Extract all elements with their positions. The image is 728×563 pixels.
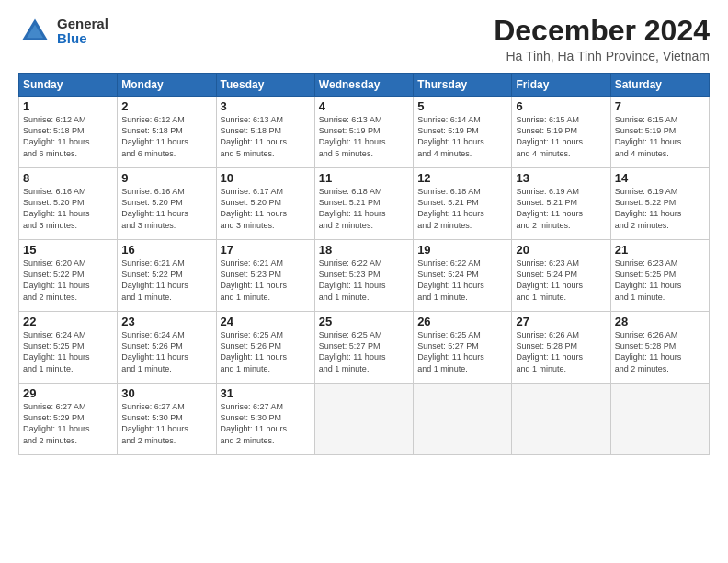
day-info: Sunrise: 6:21 AM Sunset: 5:22 PM Dayligh… bbox=[121, 258, 211, 303]
logo-text: General Blue bbox=[57, 17, 108, 47]
calendar-row: 15Sunrise: 6:20 AM Sunset: 5:22 PM Dayli… bbox=[19, 240, 710, 312]
day-number: 15 bbox=[23, 243, 113, 257]
table-cell: 6Sunrise: 6:15 AM Sunset: 5:19 PM Daylig… bbox=[512, 97, 610, 168]
day-info: Sunrise: 6:12 AM Sunset: 5:18 PM Dayligh… bbox=[23, 114, 113, 159]
day-number: 11 bbox=[319, 171, 409, 185]
col-friday: Friday bbox=[512, 74, 610, 97]
day-info: Sunrise: 6:19 AM Sunset: 5:22 PM Dayligh… bbox=[615, 186, 705, 231]
table-cell: 14Sunrise: 6:19 AM Sunset: 5:22 PM Dayli… bbox=[610, 168, 709, 240]
day-number: 6 bbox=[516, 99, 606, 113]
day-number: 27 bbox=[516, 315, 606, 328]
table-cell: 8Sunrise: 6:16 AM Sunset: 5:20 PM Daylig… bbox=[19, 168, 118, 240]
day-number: 29 bbox=[23, 386, 113, 400]
calendar-row: 1Sunrise: 6:12 AM Sunset: 5:18 PM Daylig… bbox=[19, 97, 710, 168]
col-wednesday: Wednesday bbox=[314, 74, 413, 97]
table-cell bbox=[314, 384, 413, 455]
day-info: Sunrise: 6:15 AM Sunset: 5:19 PM Dayligh… bbox=[516, 114, 606, 159]
logo-general-text: General bbox=[57, 17, 108, 32]
table-cell: 10Sunrise: 6:17 AM Sunset: 5:20 PM Dayli… bbox=[216, 168, 314, 240]
table-cell: 2Sunrise: 6:12 AM Sunset: 5:18 PM Daylig… bbox=[118, 97, 216, 168]
calendar-row: 8Sunrise: 6:16 AM Sunset: 5:20 PM Daylig… bbox=[19, 168, 710, 240]
table-cell: 5Sunrise: 6:14 AM Sunset: 5:19 PM Daylig… bbox=[414, 97, 512, 168]
day-number: 16 bbox=[121, 243, 211, 257]
day-number: 23 bbox=[121, 315, 211, 328]
day-number: 8 bbox=[23, 171, 113, 185]
day-info: Sunrise: 6:27 AM Sunset: 5:29 PM Dayligh… bbox=[23, 401, 113, 446]
day-info: Sunrise: 6:22 AM Sunset: 5:23 PM Dayligh… bbox=[319, 258, 409, 303]
day-info: Sunrise: 6:24 AM Sunset: 5:25 PM Dayligh… bbox=[23, 329, 113, 374]
table-cell: 13Sunrise: 6:19 AM Sunset: 5:21 PM Dayli… bbox=[512, 168, 610, 240]
day-info: Sunrise: 6:17 AM Sunset: 5:20 PM Dayligh… bbox=[221, 186, 311, 231]
day-info: Sunrise: 6:23 AM Sunset: 5:25 PM Dayligh… bbox=[615, 258, 705, 303]
day-info: Sunrise: 6:19 AM Sunset: 5:21 PM Dayligh… bbox=[516, 186, 606, 231]
logo-icon bbox=[18, 15, 51, 48]
day-number: 18 bbox=[319, 243, 409, 257]
day-number: 20 bbox=[516, 243, 606, 257]
day-number: 28 bbox=[615, 315, 705, 328]
day-number: 12 bbox=[417, 171, 507, 185]
page: General Blue December 2024 Ha Tinh, Ha T… bbox=[0, 0, 728, 563]
day-info: Sunrise: 6:25 AM Sunset: 5:27 PM Dayligh… bbox=[417, 329, 507, 374]
day-number: 13 bbox=[516, 171, 606, 185]
table-cell: 18Sunrise: 6:22 AM Sunset: 5:23 PM Dayli… bbox=[314, 240, 413, 312]
day-info: Sunrise: 6:16 AM Sunset: 5:20 PM Dayligh… bbox=[121, 186, 211, 231]
calendar-subtitle: Ha Tinh, Ha Tinh Province, Vietnam bbox=[494, 49, 710, 63]
table-cell: 30Sunrise: 6:27 AM Sunset: 5:30 PM Dayli… bbox=[118, 384, 216, 455]
day-info: Sunrise: 6:18 AM Sunset: 5:21 PM Dayligh… bbox=[319, 186, 409, 231]
day-number: 2 bbox=[121, 99, 211, 113]
day-info: Sunrise: 6:18 AM Sunset: 5:21 PM Dayligh… bbox=[417, 186, 507, 231]
day-number: 3 bbox=[221, 99, 311, 113]
title-block: December 2024 Ha Tinh, Ha Tinh Province,… bbox=[494, 15, 710, 63]
table-cell: 15Sunrise: 6:20 AM Sunset: 5:22 PM Dayli… bbox=[19, 240, 118, 312]
day-number: 1 bbox=[23, 99, 113, 113]
table-cell bbox=[610, 384, 709, 455]
day-info: Sunrise: 6:27 AM Sunset: 5:30 PM Dayligh… bbox=[221, 401, 311, 446]
day-info: Sunrise: 6:13 AM Sunset: 5:19 PM Dayligh… bbox=[319, 114, 409, 159]
col-tuesday: Tuesday bbox=[216, 74, 314, 97]
header: General Blue December 2024 Ha Tinh, Ha T… bbox=[18, 15, 710, 63]
day-number: 9 bbox=[121, 171, 211, 185]
logo-blue-text: Blue bbox=[57, 31, 108, 47]
table-cell: 12Sunrise: 6:18 AM Sunset: 5:21 PM Dayli… bbox=[414, 168, 512, 240]
day-info: Sunrise: 6:25 AM Sunset: 5:26 PM Dayligh… bbox=[221, 329, 311, 374]
day-info: Sunrise: 6:14 AM Sunset: 5:19 PM Dayligh… bbox=[417, 114, 507, 159]
calendar-row: 29Sunrise: 6:27 AM Sunset: 5:29 PM Dayli… bbox=[19, 384, 710, 455]
day-number: 17 bbox=[221, 243, 311, 257]
day-info: Sunrise: 6:23 AM Sunset: 5:24 PM Dayligh… bbox=[516, 258, 606, 303]
table-cell: 19Sunrise: 6:22 AM Sunset: 5:24 PM Dayli… bbox=[414, 240, 512, 312]
table-cell: 7Sunrise: 6:15 AM Sunset: 5:19 PM Daylig… bbox=[610, 97, 709, 168]
table-cell: 21Sunrise: 6:23 AM Sunset: 5:25 PM Dayli… bbox=[610, 240, 709, 312]
day-number: 25 bbox=[319, 315, 409, 328]
logo: General Blue bbox=[18, 15, 108, 48]
day-number: 19 bbox=[417, 243, 507, 257]
day-info: Sunrise: 6:26 AM Sunset: 5:28 PM Dayligh… bbox=[516, 329, 606, 374]
table-cell: 9Sunrise: 6:16 AM Sunset: 5:20 PM Daylig… bbox=[118, 168, 216, 240]
calendar-header-row: Sunday Monday Tuesday Wednesday Thursday… bbox=[19, 74, 710, 97]
table-cell: 17Sunrise: 6:21 AM Sunset: 5:23 PM Dayli… bbox=[216, 240, 314, 312]
calendar-row: 22Sunrise: 6:24 AM Sunset: 5:25 PM Dayli… bbox=[19, 312, 710, 384]
table-cell: 3Sunrise: 6:13 AM Sunset: 5:18 PM Daylig… bbox=[216, 97, 314, 168]
day-number: 14 bbox=[615, 171, 705, 185]
table-cell: 1Sunrise: 6:12 AM Sunset: 5:18 PM Daylig… bbox=[19, 97, 118, 168]
table-cell: 4Sunrise: 6:13 AM Sunset: 5:19 PM Daylig… bbox=[314, 97, 413, 168]
day-info: Sunrise: 6:27 AM Sunset: 5:30 PM Dayligh… bbox=[121, 401, 211, 446]
calendar-table: Sunday Monday Tuesday Wednesday Thursday… bbox=[18, 73, 710, 455]
day-number: 7 bbox=[615, 99, 705, 113]
table-cell: 16Sunrise: 6:21 AM Sunset: 5:22 PM Dayli… bbox=[118, 240, 216, 312]
day-number: 21 bbox=[615, 243, 705, 257]
col-saturday: Saturday bbox=[610, 74, 709, 97]
day-info: Sunrise: 6:12 AM Sunset: 5:18 PM Dayligh… bbox=[121, 114, 211, 159]
day-info: Sunrise: 6:13 AM Sunset: 5:18 PM Dayligh… bbox=[221, 114, 311, 159]
table-cell: 24Sunrise: 6:25 AM Sunset: 5:26 PM Dayli… bbox=[216, 312, 314, 384]
day-info: Sunrise: 6:20 AM Sunset: 5:22 PM Dayligh… bbox=[23, 258, 113, 303]
day-info: Sunrise: 6:15 AM Sunset: 5:19 PM Dayligh… bbox=[615, 114, 705, 159]
table-cell bbox=[512, 384, 610, 455]
day-info: Sunrise: 6:25 AM Sunset: 5:27 PM Dayligh… bbox=[319, 329, 409, 374]
day-number: 5 bbox=[417, 99, 507, 113]
day-number: 26 bbox=[417, 315, 507, 328]
day-info: Sunrise: 6:24 AM Sunset: 5:26 PM Dayligh… bbox=[121, 329, 211, 374]
table-cell: 28Sunrise: 6:26 AM Sunset: 5:28 PM Dayli… bbox=[610, 312, 709, 384]
day-number: 4 bbox=[319, 99, 409, 113]
table-cell: 29Sunrise: 6:27 AM Sunset: 5:29 PM Dayli… bbox=[19, 384, 118, 455]
table-cell: 31Sunrise: 6:27 AM Sunset: 5:30 PM Dayli… bbox=[216, 384, 314, 455]
